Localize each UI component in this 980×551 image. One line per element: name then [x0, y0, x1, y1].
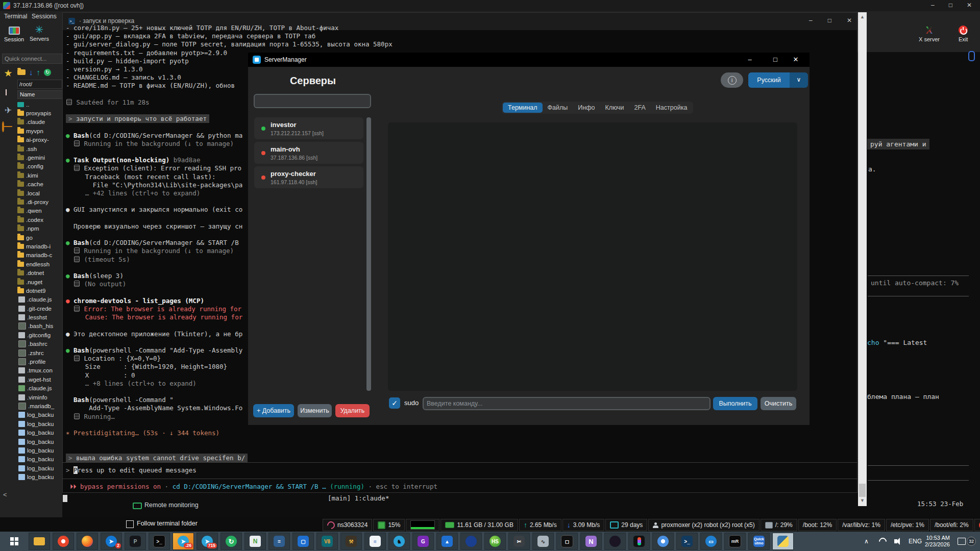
violet-n-taskbar-button[interactable]: N [580, 533, 602, 550]
brave-taskbar-button[interactable] [53, 533, 74, 550]
sidebar-scroll-left-icon[interactable]: < [3, 491, 7, 498]
file-item[interactable]: .claude.js [17, 384, 62, 393]
powershell-taskbar-button[interactable]: >_ [676, 533, 698, 550]
file-item[interactable]: .tmux.con [17, 366, 62, 375]
refresh-icon[interactable]: ↻ [44, 69, 51, 76]
session-button[interactable]: Session [4, 27, 24, 42]
hs-taskbar-button[interactable]: HS [484, 533, 506, 550]
tab-настройка[interactable]: Настройка [651, 103, 693, 113]
server-list-item[interactable]: investor173.212.212.157 [ssh] [254, 117, 363, 139]
command-input[interactable] [423, 397, 710, 410]
file-item[interactable]: .claude [17, 118, 62, 127]
notepad-plus-taskbar-button[interactable]: N [244, 533, 266, 550]
quick-connect-input[interactable] [2, 54, 62, 64]
x-server-button[interactable]: X X server [919, 26, 940, 42]
file-item[interactable]: .. [17, 100, 62, 109]
file-item[interactable]: .gitconfig [17, 331, 62, 339]
file-item[interactable]: log_backu [17, 472, 62, 481]
menu-sessions[interactable]: Sessions [32, 13, 57, 20]
close-icon[interactable]: ✕ [847, 17, 852, 24]
terminal-tab-title[interactable]: · запуск и проверка [79, 17, 134, 24]
explorer-taskbar-button[interactable] [29, 533, 50, 550]
file-item[interactable]: .local [17, 189, 62, 197]
monitor-wave-taskbar-button[interactable]: ∿ [532, 533, 554, 550]
calculator-taskbar-button[interactable]: = [268, 533, 290, 550]
file-item[interactable]: .config [17, 162, 62, 171]
tray-expand-icon[interactable]: ∧ [864, 532, 869, 551]
tab-ключи[interactable]: Ключи [600, 103, 629, 113]
upload-icon[interactable]: ↑ [37, 68, 41, 77]
follow-terminal-folder-checkbox[interactable] [126, 520, 134, 528]
folder-up-icon[interactable] [17, 69, 26, 75]
exit-button[interactable]: Exit [959, 26, 968, 42]
tab-2fa[interactable]: 2FA [629, 103, 651, 113]
menu-terminal[interactable]: Terminal [4, 13, 27, 20]
scroll-down-icon[interactable]: ▼ [860, 498, 865, 503]
scrollbar-thumb[interactable] [859, 484, 866, 497]
tray-clock[interactable]: 10:53 AM 2/23/2026 [925, 535, 950, 551]
sudo-checkbox[interactable]: ✓ [389, 397, 400, 409]
file-item[interactable]: .codex [17, 215, 62, 224]
file-item[interactable]: log_backu [17, 455, 62, 464]
sftp-plane-icon[interactable]: ✈ [2, 105, 14, 116]
maximize-icon[interactable]: □ [767, 53, 784, 67]
chromium-taskbar-button[interactable] [652, 533, 674, 550]
file-item[interactable]: log_backu [17, 437, 62, 446]
clear-button[interactable]: Очистить [761, 397, 796, 410]
file-item[interactable]: ai-proxy- [17, 136, 62, 144]
photos-taskbar-button[interactable]: ▲ [436, 533, 458, 550]
file-item[interactable]: .lesshst [17, 313, 62, 321]
file-item[interactable]: dotnet9 [17, 286, 62, 295]
figma-taskbar-button[interactable] [628, 533, 650, 550]
file-item[interactable]: mariadb-c [17, 251, 62, 260]
path-field[interactable]: /root/ [17, 80, 62, 89]
file-item[interactable]: endlessh [17, 260, 62, 268]
file-item[interactable]: .bash_his [17, 322, 62, 331]
file-item[interactable]: proxyapis [17, 109, 62, 117]
file-item[interactable]: .nuget [17, 278, 62, 286]
file-item[interactable]: log_backu [17, 411, 62, 419]
add-server-button[interactable]: + Добавить [253, 404, 294, 417]
remote-terminal-output[interactable] [388, 122, 797, 391]
close-icon[interactable]: ✕ [787, 53, 804, 67]
file-item[interactable]: log_backu [17, 419, 62, 428]
terminal-queued-input[interactable]: > Press up to edit queued messages [66, 466, 197, 474]
file-item[interactable]: myvpn [17, 127, 62, 135]
servers-button[interactable]: ✳ Servers [30, 25, 49, 42]
file-item[interactable]: .gemini [17, 153, 62, 162]
scroll-up-icon[interactable]: ▲ [860, 14, 865, 19]
maximize-icon[interactable]: □ [828, 17, 831, 24]
thunderbird-taskbar-button[interactable]: ➤2 [101, 533, 122, 550]
telegram-taskbar-button[interactable]: ➤715 [197, 533, 218, 550]
close-icon[interactable]: ✕ [967, 2, 972, 9]
name-column-header[interactable]: Name [17, 90, 67, 99]
v8-taskbar-button[interactable]: V8 [316, 533, 338, 550]
quick-utmo-taskbar-button[interactable]: Quick utmo [748, 533, 770, 550]
remote-monitoring-label[interactable]: Remote monitoring [144, 502, 199, 509]
file-item[interactable]: .dotnet [17, 268, 62, 277]
python-terminal-taskbar-button[interactable] [772, 533, 794, 550]
snip-taskbar-button[interactable]: ✂ [508, 533, 530, 550]
file-item[interactable]: .profile [17, 357, 62, 366]
blue-dragon-taskbar-button[interactable] [460, 533, 482, 550]
minimize-icon[interactable]: – [931, 2, 935, 9]
paperclip-icon[interactable] [968, 51, 975, 61]
file-item[interactable]: mariadb-i [17, 242, 62, 251]
server-list-item[interactable]: main-ovh37.187.136.86 [ssh] [254, 142, 363, 164]
github-taskbar-button[interactable] [604, 533, 626, 550]
tab-файлы[interactable]: Файлы [543, 103, 573, 113]
file-item[interactable]: .bashrc [17, 340, 62, 348]
purple-g-taskbar-button[interactable]: G [412, 533, 434, 550]
notepad-taskbar-button[interactable]: ≡ [364, 533, 386, 550]
proxy-app-taskbar-button[interactable]: P [125, 533, 146, 550]
file-item[interactable]: go [17, 233, 62, 242]
blue-monitor-taskbar-button[interactable]: ▭ [700, 533, 722, 550]
action-center-button[interactable]: 32 [958, 532, 976, 551]
file-item[interactable]: .claude.js [17, 295, 62, 304]
file-item[interactable]: log_backu [17, 464, 62, 472]
tray-language[interactable]: ENG [909, 532, 922, 551]
mremote-taskbar-button[interactable]: mR [724, 533, 746, 550]
quick-connect[interactable] [2, 54, 62, 64]
maximize-icon[interactable]: □ [949, 2, 952, 9]
edit-server-button[interactable]: Изменить [298, 404, 332, 417]
